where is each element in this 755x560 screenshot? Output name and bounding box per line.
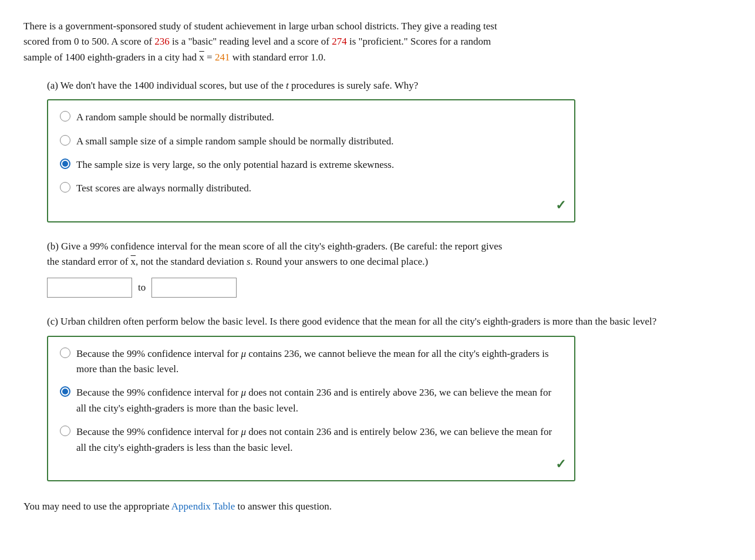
radio-c2[interactable]	[60, 386, 70, 397]
xval: 241	[215, 52, 230, 63]
part-b-input-row: to	[47, 278, 732, 298]
xbar-symbol: x	[199, 52, 204, 63]
part-b-q2-post: , not the standard deviation	[136, 256, 247, 267]
intro-line3-part1: sample of 1400 eighth-graders in a city …	[23, 52, 199, 63]
part-b-xbar: x	[131, 256, 136, 267]
part-a-option-2-text: A small sample size of a simple random s…	[76, 134, 394, 149]
part-b-s: s	[247, 256, 251, 267]
part-b-question: (b) Give a 99% confidence interval for t…	[47, 239, 663, 270]
part-a-section: (a) We don't have the 1400 individual sc…	[23, 78, 732, 222]
radio-a2[interactable]	[60, 135, 70, 146]
footer-text2: to answer this question.	[235, 501, 332, 512]
part-a-checkmark: ✓	[555, 195, 566, 215]
part-b-section: (b) Give a 99% confidence interval for t…	[23, 239, 732, 298]
part-a-option-3[interactable]: The sample size is very large, so the on…	[60, 157, 562, 173]
part-c-option-1-text: Because the 99% confidence interval for …	[76, 346, 562, 377]
intro-paragraph: There is a government-sponsored study of…	[23, 19, 669, 65]
part-c-option-3[interactable]: Because the 99% confidence interval for …	[60, 424, 562, 456]
part-c-option-3-text: Because the 99% confidence interval for …	[76, 424, 562, 456]
radio-a3-inner	[62, 161, 68, 167]
radio-a1[interactable]	[60, 111, 70, 122]
radio-a4[interactable]	[60, 182, 70, 193]
part-b-input-lower[interactable]	[47, 278, 132, 298]
intro-line2-part1: scored from 0 to 500. A score of	[23, 36, 154, 47]
intro-line2-part3: is "proficient." Scores for a random	[347, 36, 491, 47]
part-b-input-upper[interactable]	[151, 278, 237, 298]
radio-c1[interactable]	[60, 348, 70, 358]
intro-equals: =	[204, 52, 215, 63]
intro-line2-part2: is a "basic" reading level and a score o…	[170, 36, 332, 47]
part-a-option-1-text: A random sample should be normally distr…	[76, 110, 274, 125]
part-b-q2-end: . Round your answers to one decimal plac…	[251, 256, 429, 267]
score2: 274	[332, 36, 347, 47]
part-a-option-1[interactable]: A random sample should be normally distr…	[60, 110, 562, 125]
part-c-option-2-text: Because the 99% confidence interval for …	[76, 385, 562, 416]
part-c-option-2[interactable]: Because the 99% confidence interval for …	[60, 385, 562, 416]
score1: 236	[154, 36, 170, 47]
part-b-q1: (b) Give a 99% confidence interval for t…	[47, 241, 502, 252]
radio-c2-inner	[62, 389, 68, 394]
part-a-answer-box: A random sample should be normally distr…	[47, 99, 575, 222]
radio-a3[interactable]	[60, 158, 70, 169]
part-b-q2-pre: the standard error of	[47, 256, 131, 267]
part-c-option-1[interactable]: Because the 99% confidence interval for …	[60, 346, 562, 377]
footer-text1: You may need to use the appropriate	[23, 501, 171, 512]
part-a-option-4[interactable]: Test scores are always normally distribu…	[60, 181, 562, 196]
part-c-answer-box: Because the 99% confidence interval for …	[47, 336, 575, 481]
intro-line1: There is a government-sponsored study of…	[23, 21, 497, 32]
part-a-question: (a) We don't have the 1400 individual sc…	[47, 78, 732, 93]
part-c-question: (c) Urban children often perform below t…	[47, 314, 732, 329]
intro-line3-part3: with standard error 1.0.	[230, 52, 325, 63]
radio-c3[interactable]	[60, 426, 70, 436]
part-a-option-4-text: Test scores are always normally distribu…	[76, 181, 251, 196]
to-label: to	[138, 280, 146, 295]
part-c-checkmark: ✓	[555, 454, 566, 474]
footer: You may need to use the appropriate Appe…	[23, 499, 732, 514]
part-c-section: (c) Urban children often perform below t…	[23, 314, 732, 481]
part-a-option-3-text: The sample size is very large, so the on…	[76, 157, 394, 173]
part-a-option-2[interactable]: A small sample size of a simple random s…	[60, 134, 562, 149]
appendix-table-link[interactable]: Appendix Table	[171, 501, 235, 512]
